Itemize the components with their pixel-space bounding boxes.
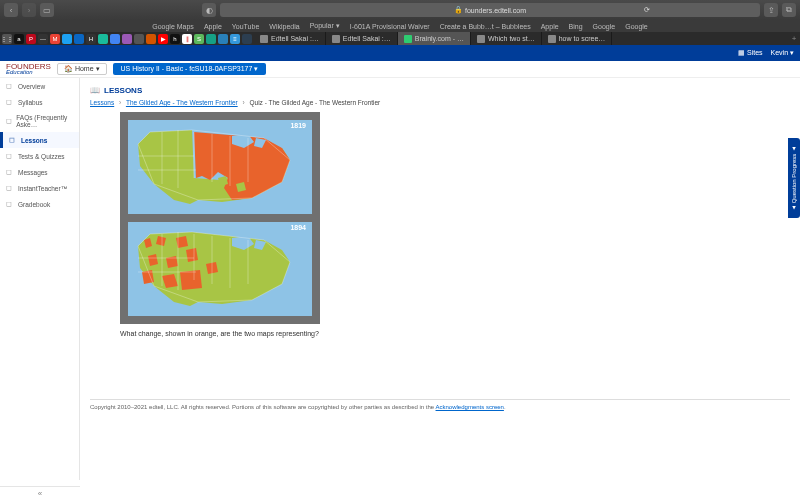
page-heading: 📖 LESSONS (90, 86, 790, 95)
sites-link[interactable]: ▦ Sites (738, 49, 763, 57)
favicon[interactable] (146, 34, 156, 44)
sidebar-item-tests-quizzes[interactable]: ◻Tests & Quizzes (0, 148, 79, 164)
sidebar: ◻Overview◻Syllabus◻FAQs (Frequently Aske… (0, 78, 80, 480)
sidebar-collapse[interactable]: « (0, 486, 80, 500)
tab-favicon (477, 35, 485, 43)
crumb-lessons[interactable]: Lessons (90, 99, 114, 106)
sidebar-item-label: Tests & Quizzes (18, 153, 65, 160)
tab-label: Edtell Sakai :… (271, 35, 319, 42)
sidebar-item-label: Lessons (21, 137, 47, 144)
sidebar-item-label: Overview (18, 83, 45, 90)
favicon[interactable]: ⋯ (38, 34, 48, 44)
favicon[interactable]: S (194, 34, 204, 44)
tabs-button[interactable]: ⧉ (782, 3, 796, 17)
sidebar-item-lessons[interactable]: ◻Lessons (0, 132, 79, 148)
forward-button: › (22, 3, 36, 17)
favicon[interactable] (74, 34, 84, 44)
home-button[interactable]: 🏠 Home ▾ (57, 63, 107, 75)
favicon[interactable]: a (14, 34, 24, 44)
sidebar-item-faqs-frequently-aske-[interactable]: ◻FAQs (Frequently Aske… (0, 110, 79, 132)
favicon[interactable]: h (170, 34, 180, 44)
share-button[interactable]: ⇪ (764, 3, 778, 17)
favicon[interactable] (62, 34, 72, 44)
apps-grid-icon[interactable]: ⋮⋮ (2, 34, 12, 44)
favicon[interactable]: ∥ (182, 34, 192, 44)
question-progress-tab[interactable]: ▲ Question Progress ▲ (788, 138, 800, 218)
app-bar: ▦ Sites Kevin ▾ (0, 45, 800, 61)
bookmark-link[interactable]: Google (625, 23, 648, 30)
favicon[interactable]: H (86, 34, 96, 44)
browser-tab[interactable]: Edtell Sakai :… (254, 32, 326, 45)
overview-icon: ◻ (6, 82, 14, 90)
browser-titlebar: ‹ › ▭ ◐ 🔒 founders.edtell.com ⟳ ⇪ ⧉ (0, 0, 800, 20)
bookmark-link[interactable]: Bing (569, 23, 583, 30)
tab-strip: ⋮⋮aP⋯MH▶h∥S≡ Edtell Sakai :…Edtell Sakai… (0, 32, 800, 45)
map-image: 1819 1894 (120, 112, 320, 324)
messages-icon: ◻ (6, 168, 14, 176)
favicon[interactable]: ▶ (158, 34, 168, 44)
favicon[interactable] (218, 34, 228, 44)
tab-favicon (548, 35, 556, 43)
sidebar-item-label: Syllabus (18, 99, 43, 106)
favicon[interactable] (206, 34, 216, 44)
sidebar-item-overview[interactable]: ◻Overview (0, 78, 79, 94)
sidebar-item-instantteacher-[interactable]: ◻InstantTeacher™ (0, 180, 79, 196)
bookmark-link[interactable]: Google (593, 23, 616, 30)
question-text: What change, shown in orange, are the tw… (120, 330, 790, 337)
sidebar-item-label: FAQs (Frequently Aske… (16, 114, 73, 128)
bookmark-link[interactable]: YouTube (232, 23, 260, 30)
footer: Copyright 2010–2021 edtell, LLC. All rig… (90, 399, 790, 410)
tab-favicon (332, 35, 340, 43)
favicon[interactable] (122, 34, 132, 44)
tests-icon: ◻ (6, 152, 14, 160)
favicon[interactable]: ≡ (230, 34, 240, 44)
lock-icon: 🔒 (454, 6, 463, 14)
bookmark-link[interactable]: Popular ▾ (310, 22, 340, 30)
reload-icon[interactable]: ⟳ (644, 6, 650, 14)
acknowledgments-link[interactable]: Acknowledgments screen (436, 404, 504, 410)
syllabus-icon: ◻ (6, 98, 14, 106)
favicon[interactable] (134, 34, 144, 44)
favicon[interactable] (98, 34, 108, 44)
sidebar-item-syllabus[interactable]: ◻Syllabus (0, 94, 79, 110)
browser-tab[interactable]: Edtell Sakai :… (326, 32, 398, 45)
book-icon: 📖 (90, 86, 100, 95)
tab-label: how to scree… (559, 35, 606, 42)
chevron-right-icon: › (119, 99, 121, 106)
favicon[interactable] (110, 34, 120, 44)
bookmark-link[interactable]: Google Maps (152, 23, 194, 30)
gradebook-icon: ◻ (6, 200, 14, 208)
sidebar-item-label: InstantTeacher™ (18, 185, 67, 192)
bookmark-link[interactable]: I-601A Provisional Waiver (350, 23, 430, 30)
browser-tab[interactable]: how to scree… (542, 32, 613, 45)
new-tab-button[interactable]: + (788, 32, 800, 45)
bookmark-link[interactable]: Apple (541, 23, 559, 30)
content-area: 📖 LESSONS Lessons › The Gilded Age - The… (80, 78, 800, 480)
course-selector[interactable]: US History II - Basic - fcSU18-0AFSP3177… (113, 63, 267, 75)
sidebar-item-label: Gradebook (18, 201, 50, 208)
back-button[interactable]: ‹ (4, 3, 18, 17)
url-bar[interactable]: 🔒 founders.edtell.com ⟳ (220, 3, 760, 17)
favicon[interactable]: M (50, 34, 60, 44)
tab-label: Brainly.com - … (415, 35, 464, 42)
sidebar-item-gradebook[interactable]: ◻Gradebook (0, 196, 79, 212)
shield-icon[interactable]: ◐ (202, 3, 216, 17)
chevron-right-icon: › (242, 99, 244, 106)
user-menu[interactable]: Kevin ▾ (771, 49, 794, 57)
sidebar-toggle[interactable]: ▭ (40, 3, 54, 17)
crumb-unit[interactable]: The Gilded Age - The Western Frontier (126, 99, 238, 106)
instant-icon: ◻ (6, 184, 14, 192)
browser-tab[interactable]: Which two st… (471, 32, 542, 45)
sidebar-item-messages[interactable]: ◻Messages (0, 164, 79, 180)
bookmark-link[interactable]: Create a Bubb…t – Bubblees (440, 23, 531, 30)
bookmarks-bar: Google MapsAppleYouTubeWikipediaPopular … (0, 20, 800, 32)
logo: FOUNDERSEducation (6, 63, 51, 76)
bookmark-link[interactable]: Apple (204, 23, 222, 30)
bookmark-link[interactable]: Wikipedia (269, 23, 299, 30)
tab-favicon (404, 35, 412, 43)
tab-label: Which two st… (488, 35, 535, 42)
browser-tab[interactable]: Brainly.com - … (398, 32, 471, 45)
favicon[interactable]: P (26, 34, 36, 44)
faq-icon: ◻ (6, 117, 12, 125)
favicon[interactable] (242, 34, 252, 44)
